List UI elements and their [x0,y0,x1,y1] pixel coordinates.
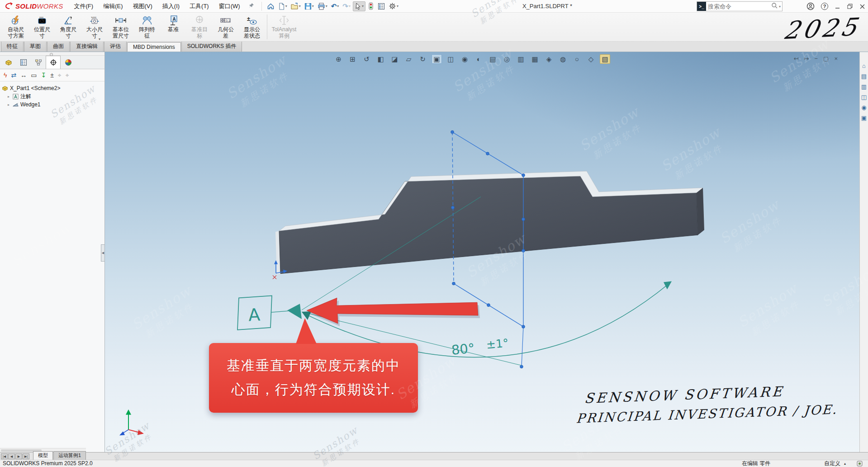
tab-motion-study-1[interactable]: 运动算例1 [53,451,86,460]
property-manager-tab[interactable] [16,56,31,69]
open-caret[interactable]: ▾ [299,4,301,8]
close-doc-icon[interactable]: × [834,55,838,62]
next-tab-button[interactable]: ▶ [15,453,22,459]
tab-surfaces[interactable]: 曲面 [47,41,70,52]
account-button[interactable] [806,2,815,10]
hide-show-items-icon[interactable]: ◉ [460,54,470,64]
minimize-doc-icon[interactable]: − [815,55,818,62]
next-window-icon[interactable]: ↦ [804,55,809,62]
previous-tab-button[interactable]: ◀ [8,453,15,459]
size-dimension-button[interactable]: xxx 大小尺寸 [81,13,108,41]
tab-direct-editing[interactable]: 直接编辑 [70,41,104,52]
first-tab-button[interactable]: |◀ [1,453,8,459]
zoom-to-area-icon[interactable]: ⊞ [347,54,358,64]
close-button[interactable] [859,4,865,10]
dimension-tolerance[interactable]: ±1° [486,336,509,351]
feature-manager-tab[interactable] [1,56,16,69]
tab-mbd-dimensions[interactable]: MBD Dimensions [127,42,181,52]
menu-window[interactable]: 窗口(W) [214,0,245,12]
undo-caret[interactable]: ▾ [337,4,339,8]
perspective-icon[interactable]: ◈ [544,54,554,64]
panel-splitter-top[interactable] [0,52,104,56]
previous-view-icon[interactable]: ↺ [361,54,372,64]
angle-dimension-button[interactable]: 角度尺寸 [55,13,81,41]
select-tool-button[interactable]: ▾ [353,1,365,11]
appearances-icon[interactable]: ◉ [861,105,866,111]
view-orientation-icon[interactable]: ▣ [432,54,442,64]
apply-scene-icon[interactable]: ▤ [488,54,498,64]
dynamic-annotation-views-icon[interactable]: ◪ [389,54,400,64]
options-caret[interactable]: ▾ [397,4,398,8]
wedge-part-model[interactable] [275,171,704,274]
display-style-icon[interactable]: ◫ [446,54,456,64]
file-explorer-icon[interactable]: ▥ [861,84,867,90]
tree-item-wedge1[interactable]: ▸ Wedge1 [2,100,104,109]
search-input[interactable] [706,3,770,10]
3d-drawing-view-icon[interactable]: ▱ [403,54,414,64]
task-pane-home-icon[interactable]: ⌂ [862,63,866,69]
size-dimension-icon[interactable]: ↔ [20,72,27,78]
ribbon-expand-caret[interactable]: ▾ [99,37,100,41]
tab-solidworks-addins[interactable]: SOLIDWORKS 插件 [181,41,242,52]
save-caret[interactable]: ▾ [312,4,314,8]
collaboration-status-icon[interactable] [857,461,863,467]
units-selector[interactable]: 自定义 ▴ [824,460,846,467]
pattern-feature-button[interactable]: 阵列特征 [134,13,160,41]
new-document-button[interactable]: ▾ [277,2,289,11]
tab-sketch[interactable]: 草图 [24,41,47,52]
home-button[interactable] [266,2,276,11]
display-manager-tab[interactable] [61,56,76,69]
datum-target-button[interactable]: A1 基准目标 [186,13,213,41]
part-right-end-face[interactable] [697,188,704,235]
zoom-to-fit-icon[interactable]: ⊕ [333,54,344,64]
custom-properties-icon[interactable]: ▣ [861,115,867,121]
view-settings-icon[interactable]: ◎ [502,54,512,64]
minimize-button[interactable] [835,4,840,10]
search-caret[interactable]: ▾ [779,5,782,9]
menu-file[interactable]: 文件(F) [70,0,98,12]
auto-dimension-scheme-button[interactable]: 自动尺寸方案 [3,13,29,41]
menu-edit[interactable]: 编辑(E) [99,0,127,12]
show-tolerance-status-button[interactable]: ± 显示公差状态 [239,13,265,41]
rotate-view-icon[interactable]: ↻ [417,54,428,64]
datum-button[interactable]: A 基准 [160,13,186,41]
options-button[interactable]: ▾ [387,1,400,11]
units-caret-icon[interactable]: ▴ [844,460,846,467]
tab-model[interactable]: 模型 [33,451,53,460]
location-dimension-button[interactable]: xxx 位置尺寸 [29,13,55,41]
save-button[interactable]: ▾ [303,2,315,11]
document-properties-button[interactable] [376,2,386,11]
tree-item-annotations[interactable]: ▸ 注解 [2,92,104,100]
select-tool-caret[interactable]: ▾ [362,4,364,8]
geometric-tolerance-button[interactable]: 0.1 几何公差 [213,13,239,41]
command-search[interactable]: >_ ▾ [697,1,783,11]
new-document-caret[interactable]: ▾ [285,4,287,8]
menu-insert[interactable]: 插入(I) [158,0,184,12]
print-button[interactable]: ▾ [316,2,329,11]
dimxpert-manager-tab[interactable] [46,56,61,69]
mbd-capture-icon[interactable]: ▧ [600,54,610,64]
dimension-value[interactable]: 80° [451,340,475,357]
tab-features[interactable]: 特征 [1,41,24,52]
menu-tools[interactable]: 工具(T) [185,0,213,12]
cartoon-icon[interactable]: ◍ [558,54,568,64]
pin-menu-icon[interactable] [248,3,254,10]
open-button[interactable]: ▾ [289,2,302,11]
redo-button[interactable]: ↷ ▾ [341,2,352,11]
ambient-occlusion-icon[interactable]: ○ [572,54,582,64]
view-palette-icon[interactable]: ◫ [861,94,867,100]
design-library-icon[interactable]: ▤ [861,73,867,80]
print-caret[interactable]: ▾ [326,4,327,8]
camera-icon[interactable]: ▦ [530,54,540,64]
datum-feature-symbol[interactable]: A [237,295,302,329]
section-view-icon[interactable]: ◧ [375,54,386,64]
basic-location-dimension-button[interactable]: 基本位置尺寸 [108,13,134,41]
last-tab-button[interactable]: ▶| [23,453,29,459]
rebuild-button[interactable] [366,1,375,11]
help-button[interactable]: ? [821,3,828,10]
undo-button[interactable]: ↶ ▾ [330,2,341,11]
restore-doc-icon[interactable]: ▢ [823,55,829,62]
configuration-manager-tab[interactable] [31,56,46,69]
restore-button[interactable] [847,3,853,10]
tab-evaluate[interactable]: 评估 [104,41,127,52]
